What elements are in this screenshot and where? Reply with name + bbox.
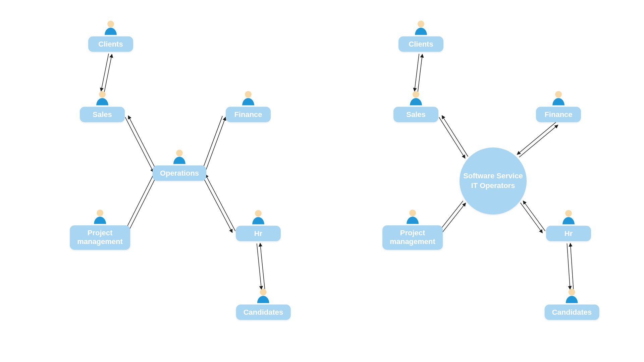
connector-operations-to-hr: [202, 176, 232, 233]
svg-point-10: [409, 209, 416, 216]
svg-point-8: [413, 91, 419, 98]
connector-clients-to-sales: [415, 54, 419, 91]
connector-sales-to-operations: [125, 117, 154, 172]
person-icon: [256, 288, 271, 303]
person-icon: [103, 20, 118, 35]
node-label-hr: Hr: [546, 226, 591, 241]
connector-hr-to-hub: [523, 201, 545, 231]
person-icon: [561, 209, 576, 225]
node-project: Project management: [382, 208, 443, 250]
svg-point-7: [418, 21, 424, 27]
node-clients: Clients: [398, 20, 443, 52]
connector-finance-to-hub: [517, 122, 556, 155]
connector-hr-to-candidates: [567, 243, 570, 289]
person-icon: [413, 20, 429, 35]
person-icon: [172, 149, 187, 164]
node-label-sales: Sales: [393, 107, 438, 122]
connector-hr-to-operations: [205, 174, 235, 231]
connector-hub-to-finance: [519, 125, 558, 157]
svg-point-3: [176, 150, 183, 157]
node-label-sales: Sales: [80, 107, 125, 122]
node-label-operations: Operations: [153, 166, 206, 181]
person-icon: [405, 208, 420, 224]
node-label-project: Project management: [70, 225, 130, 250]
node-sales: Sales: [393, 90, 438, 122]
node-label-finance: Finance: [226, 107, 271, 122]
node-hr: Hr: [546, 209, 591, 241]
node-label-hr: Hr: [236, 226, 281, 241]
node-finance: Finance: [226, 90, 271, 122]
svg-point-9: [555, 91, 562, 98]
hub-label: Software Service IT Operators: [460, 171, 527, 190]
node-clients: Clients: [88, 20, 133, 52]
svg-point-12: [569, 289, 575, 296]
node-candidates: Candidates: [545, 288, 599, 320]
person-icon: [240, 90, 256, 106]
node-project: Project management: [70, 208, 130, 250]
hub-software-service: Software Service IT Operators: [460, 147, 527, 215]
node-label-finance: Finance: [536, 107, 581, 122]
node-label-clients: Clients: [88, 37, 133, 52]
connector-sales-to-clients: [104, 54, 112, 92]
connector-hub-to-sales: [442, 115, 468, 157]
svg-point-4: [97, 209, 103, 216]
person-icon: [551, 90, 566, 106]
node-hr: Hr: [236, 209, 281, 241]
person-icon: [92, 208, 108, 224]
svg-point-6: [260, 289, 267, 296]
connector-hub-to-hr: [521, 203, 543, 233]
person-icon: [408, 90, 424, 106]
connector-candidates-to-hr: [260, 243, 265, 289]
node-sales: Sales: [80, 90, 125, 122]
node-operations: Operations: [153, 149, 206, 181]
node-label-clients: Clients: [398, 37, 443, 52]
connector-sales-to-hub: [439, 117, 465, 159]
node-candidates: Candidates: [236, 288, 291, 320]
connector-clients-to-sales: [101, 54, 109, 91]
person-icon: [564, 288, 580, 303]
connector-operations-to-finance: [205, 117, 226, 172]
node-label-candidates: Candidates: [545, 305, 599, 320]
node-label-candidates: Candidates: [236, 305, 291, 320]
connector-candidates-to-hr: [570, 243, 573, 289]
svg-point-11: [565, 210, 572, 217]
node-label-project: Project management: [382, 225, 443, 250]
node-finance: Finance: [536, 90, 581, 122]
connector-project-to-operations: [126, 176, 157, 237]
person-icon: [251, 209, 266, 225]
connector-sales-to-clients: [418, 54, 423, 92]
person-icon: [95, 90, 110, 106]
svg-point-0: [107, 21, 114, 27]
svg-point-2: [245, 91, 252, 98]
svg-point-5: [255, 210, 262, 217]
connector-hr-to-candidates: [257, 243, 262, 289]
svg-point-1: [99, 91, 106, 98]
